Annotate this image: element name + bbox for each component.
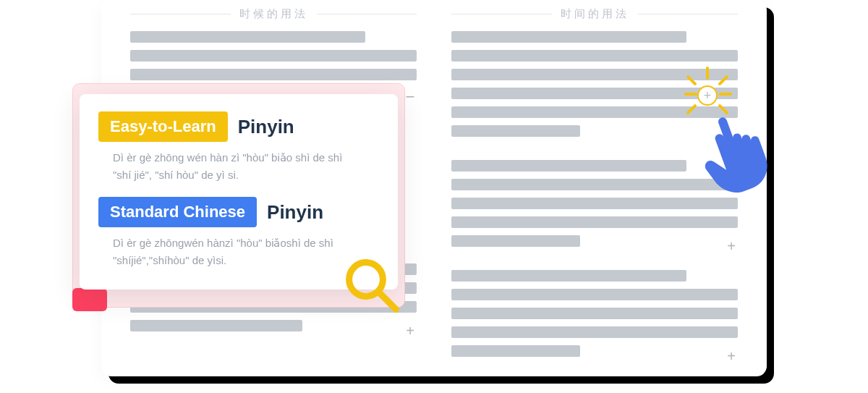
expand-icon[interactable]: +: [725, 240, 738, 253]
expand-icon[interactable]: +: [404, 324, 417, 337]
pinyin-popup: Easy-to-Learn Pinyin Dì èr gè zhōng wén …: [80, 94, 398, 290]
standard-pinyin-text: Dì èr gè zhōngwén hànzì "hòu" biǎoshì de…: [113, 234, 359, 269]
right-column: 时间的用法 +: [451, 7, 738, 355]
content-block: +: [451, 160, 738, 254]
easy-pinyin-text: Dì èr gè zhōng wén hàn zì "hòu" biǎo shì…: [113, 149, 359, 184]
easy-pinyin-row: Easy-to-Learn Pinyin: [98, 111, 379, 142]
highlight-accent: [72, 288, 107, 311]
pinyin-label: Pinyin: [267, 201, 323, 224]
right-heading-label: 时间的用法: [552, 7, 638, 21]
collapse-icon[interactable]: −: [404, 92, 417, 105]
expand-icon[interactable]: +: [725, 350, 738, 363]
standard-chinese-badge: Standard Chinese: [98, 197, 257, 227]
content-block: [451, 31, 738, 144]
easy-to-learn-badge: Easy-to-Learn: [98, 111, 228, 142]
right-column-heading: 时间的用法: [451, 7, 738, 21]
standard-pinyin-row: Standard Chinese Pinyin: [98, 197, 379, 227]
pinyin-label: Pinyin: [238, 116, 294, 138]
left-column-heading: 时候的用法: [130, 7, 417, 21]
content-block: +: [451, 270, 738, 364]
left-heading-label: 时候的用法: [231, 7, 317, 21]
